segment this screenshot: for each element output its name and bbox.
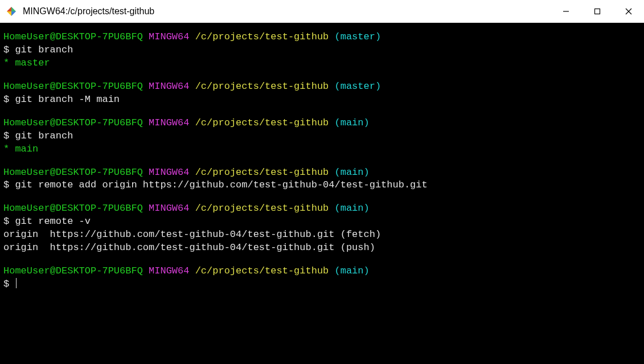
prompt-userhost: HomeUser@DESKTOP-7PU6BFQ	[3, 203, 143, 214]
terminal-block: HomeUser@DESKTOP-7PU6BFQ MINGW64 /c/proj…	[3, 166, 641, 193]
command-text: git branch -M main	[15, 94, 120, 105]
prompt-line: HomeUser@DESKTOP-7PU6BFQ MINGW64 /c/proj…	[3, 80, 641, 93]
cursor	[16, 278, 17, 288]
command-text: git remote add origin https://github.com…	[15, 179, 427, 190]
prompt-path: /c/projects/test-github	[195, 81, 329, 92]
prompt-branch: (main)	[335, 203, 370, 214]
prompt-symbol: $	[3, 44, 15, 55]
close-button[interactable]	[613, 0, 644, 23]
prompt-branch: (master)	[335, 31, 382, 42]
terminal-block: HomeUser@DESKTOP-7PU6BFQ MINGW64 /c/proj…	[3, 202, 641, 255]
prompt-symbol: $	[3, 216, 15, 227]
terminal-block: HomeUser@DESKTOP-7PU6BFQ MINGW64 /c/proj…	[3, 117, 641, 156]
command-line: $ git branch	[3, 130, 641, 143]
prompt-line: HomeUser@DESKTOP-7PU6BFQ MINGW64 /c/proj…	[3, 265, 641, 278]
svg-marker-3	[11, 11, 16, 16]
prompt-symbol: $	[3, 279, 15, 289]
minimize-button[interactable]	[550, 0, 581, 23]
prompt-line: HomeUser@DESKTOP-7PU6BFQ MINGW64 /c/proj…	[3, 31, 641, 44]
prompt-userhost: HomeUser@DESKTOP-7PU6BFQ	[3, 81, 143, 92]
command-line: $	[3, 278, 641, 291]
title-bar[interactable]: MINGW64:/c/projects/test-github	[0, 0, 644, 23]
prompt-env: MINGW64	[149, 31, 189, 42]
prompt-userhost: HomeUser@DESKTOP-7PU6BFQ	[3, 31, 143, 42]
prompt-env: MINGW64	[149, 167, 189, 178]
command-line: $ git branch -M main	[3, 93, 641, 107]
prompt-userhost: HomeUser@DESKTOP-7PU6BFQ	[3, 117, 143, 128]
prompt-branch: (master)	[335, 81, 382, 92]
maximize-button[interactable]	[581, 0, 613, 23]
window-title: MINGW64:/c/projects/test-github	[23, 6, 550, 17]
prompt-symbol: $	[3, 130, 15, 141]
prompt-symbol: $	[3, 94, 15, 105]
prompt-branch: (main)	[335, 265, 370, 276]
command-line: $ git remote -v	[3, 215, 641, 228]
output-line: origin https://github.com/test-github-04…	[3, 242, 641, 255]
prompt-env: MINGW64	[149, 203, 189, 214]
prompt-env: MINGW64	[149, 265, 189, 276]
prompt-branch: (main)	[335, 167, 370, 178]
svg-marker-0	[11, 7, 16, 11]
command-line: $ git remote add origin https://github.c…	[3, 179, 641, 192]
output-line: origin https://github.com/test-github-04…	[3, 228, 641, 242]
prompt-env: MINGW64	[149, 117, 189, 128]
prompt-path: /c/projects/test-github	[195, 167, 329, 178]
command-text: git branch	[15, 130, 73, 141]
prompt-path: /c/projects/test-github	[195, 31, 329, 42]
prompt-line: HomeUser@DESKTOP-7PU6BFQ MINGW64 /c/proj…	[3, 166, 641, 179]
command-text: git remote -v	[15, 216, 91, 227]
prompt-path: /c/projects/test-github	[195, 265, 329, 276]
prompt-line: HomeUser@DESKTOP-7PU6BFQ MINGW64 /c/proj…	[3, 202, 641, 215]
window-buttons	[550, 0, 644, 23]
svg-rect-5	[594, 9, 600, 14]
prompt-line: HomeUser@DESKTOP-7PU6BFQ MINGW64 /c/proj…	[3, 117, 641, 130]
prompt-userhost: HomeUser@DESKTOP-7PU6BFQ	[3, 265, 143, 276]
prompt-path: /c/projects/test-github	[195, 117, 329, 128]
svg-marker-1	[7, 7, 11, 11]
app-icon	[6, 6, 17, 17]
prompt-symbol: $	[3, 179, 15, 190]
svg-marker-2	[7, 11, 11, 16]
prompt-path: /c/projects/test-github	[195, 203, 329, 214]
terminal-output[interactable]: HomeUser@DESKTOP-7PU6BFQ MINGW64 /c/proj…	[0, 23, 644, 364]
prompt-env: MINGW64	[149, 81, 189, 92]
output-line: * main	[3, 143, 641, 156]
terminal-block: HomeUser@DESKTOP-7PU6BFQ MINGW64 /c/proj…	[3, 265, 641, 291]
command-line: $ git branch	[3, 44, 641, 57]
command-text: git branch	[15, 44, 73, 55]
terminal-block: HomeUser@DESKTOP-7PU6BFQ MINGW64 /c/proj…	[3, 80, 641, 107]
output-line: * master	[3, 57, 641, 70]
terminal-block: HomeUser@DESKTOP-7PU6BFQ MINGW64 /c/proj…	[3, 31, 641, 70]
prompt-branch: (main)	[335, 117, 370, 128]
prompt-userhost: HomeUser@DESKTOP-7PU6BFQ	[3, 167, 143, 178]
